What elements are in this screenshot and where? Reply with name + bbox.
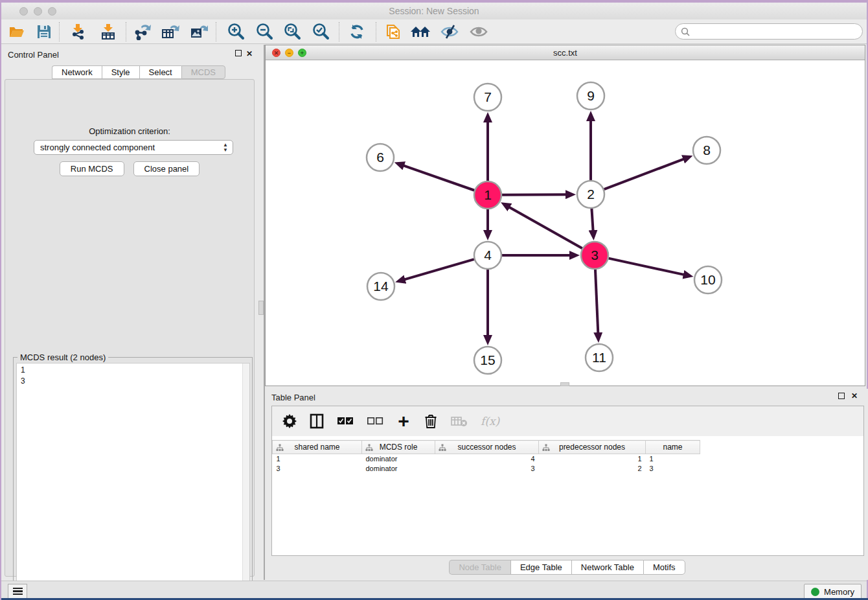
column-header-successor-nodes[interactable]: successor nodes [435,441,539,454]
column-header-MCDS-role[interactable]: MCDS role [362,441,435,454]
show-column-icon[interactable] [310,413,324,429]
zoom-selected-icon[interactable] [308,21,334,42]
export-network-icon[interactable] [130,21,155,42]
edge-4-14[interactable] [404,259,474,280]
duplicate-network-icon[interactable] [380,21,406,42]
import-network-icon[interactable] [65,21,91,42]
tab-style[interactable]: Style [102,65,139,79]
tab-motifs[interactable]: Motifs [643,560,685,575]
column-header-name[interactable]: name [646,441,700,454]
edge-3-1[interactable] [508,207,582,248]
show-graphics-details-icon[interactable] [466,21,492,42]
edge-3-11[interactable] [595,270,598,334]
node-label-14: 14 [373,279,389,294]
control-panel-title: Control Panel [8,50,59,60]
node-label-4: 4 [484,248,492,262]
edge-3-10[interactable] [608,259,684,275]
cell-MCDS-role[interactable]: dominator [362,454,435,464]
save-session-icon[interactable] [31,21,57,42]
optimization-criterion-select[interactable]: strongly connected component ▲▼ [34,140,233,155]
column-header-shared-name[interactable]: shared name [273,441,362,454]
list-icon [13,588,23,595]
table-row[interactable]: 1dominator411 [273,454,864,464]
memory-label: Memory [824,587,854,597]
cell-MCDS-role[interactable]: dominator [362,464,435,474]
tab-mcds[interactable]: MCDS [181,65,225,79]
canvas-resize-grip[interactable] [560,382,569,386]
float-panel-icon[interactable] [235,49,242,58]
zoom-in-icon[interactable] [223,21,249,42]
network-window-title: scc.txt [266,48,865,58]
network-graph[interactable]: 7968124314101511 [266,60,865,386]
zoom-fit-icon[interactable] [279,21,305,42]
node-label-9: 9 [587,88,595,103]
tab-node-table[interactable]: Node Table [449,560,510,575]
cell-shared-name[interactable]: 3 [273,464,362,474]
tab-network-table[interactable]: Network Table [571,560,643,575]
node-label-11: 11 [592,350,606,365]
task-history-button[interactable] [8,584,27,599]
mcds-panel: Optimization criterion: strongly connect… [5,79,255,577]
panel-divider[interactable] [258,45,265,580]
close-panel-icon[interactable]: ✕ [246,49,253,58]
cell-successor-nodes[interactable]: 3 [435,464,539,474]
memory-button[interactable]: Memory [804,584,862,599]
edge-2-8[interactable] [604,159,685,189]
main-toolbar [1,19,867,44]
search-icon [681,27,690,36]
cell-predecessor-nodes[interactable]: 2 [539,464,646,474]
tab-edge-table[interactable]: Edge Table [510,560,571,575]
tab-select[interactable]: Select [139,65,181,79]
node-label-6: 6 [376,150,384,165]
result-scrollbar[interactable] [242,363,249,599]
node-table-container: + f(x) shared nameMCDS rolesuccessor nod… [271,406,864,556]
edge-1-6[interactable] [403,165,474,190]
delete-table-icon [451,413,468,429]
mcds-result-text[interactable]: 13 [16,363,250,599]
network-canvas[interactable]: 7968124314101511 [266,60,865,386]
select-all-icon[interactable] [337,413,354,429]
node-label-2: 2 [587,187,595,202]
node-label-10: 10 [700,272,715,287]
main-titlebar: Session: New Session [1,3,867,19]
cell-predecessor-nodes[interactable]: 1 [539,454,646,464]
refresh-icon[interactable] [344,21,370,42]
import-table-icon[interactable] [95,21,121,42]
application-window: Session: New Session [0,0,868,600]
hide-graphics-details-icon[interactable] [437,21,463,42]
deselect-all-icon[interactable] [367,413,383,429]
table-float-icon[interactable] [838,392,845,401]
export-table-icon[interactable] [157,21,183,42]
memory-status-icon [811,588,819,596]
node-table: shared nameMCDS rolesuccessor nodesprede… [272,440,863,474]
export-image-icon[interactable] [186,21,212,42]
add-column-icon[interactable]: + [396,413,411,429]
close-panel-button[interactable]: Close panel [133,161,200,176]
table-toolbar: + f(x) [272,406,863,436]
cell-name[interactable]: 3 [646,464,700,474]
open-file-icon[interactable] [4,21,30,42]
table-close-icon[interactable]: ✕ [851,391,858,400]
zoom-out-icon[interactable] [251,21,277,42]
cell-shared-name[interactable]: 1 [273,454,362,464]
function-builder-icon: f(x) [481,413,499,429]
run-mcds-button[interactable]: Run MCDS [60,161,124,176]
cell-name[interactable]: 1 [646,454,700,464]
edge-2-3[interactable] [591,209,593,231]
show-all-networks-icon[interactable] [408,21,434,42]
edge-1-2[interactable] [502,194,567,195]
control-panel-tabs: NetworkStyleSelectMCDS [52,65,225,79]
column-header-predecessor-nodes[interactable]: predecessor nodes [539,441,646,454]
delete-column-icon[interactable] [424,413,438,429]
search-field[interactable] [675,23,863,40]
search-input[interactable] [693,27,862,36]
node-label-1: 1 [484,187,492,202]
table-panel: Table Panel ✕ + [265,389,868,580]
table-tabs: Node TableEdge TableNetwork TableMotifs [265,560,868,575]
table-row[interactable]: 3dominator323 [273,464,864,474]
network-window-titlebar[interactable]: ✕ − + scc.txt [266,45,865,60]
cell-successor-nodes[interactable]: 4 [435,454,539,464]
mcds-result-title: MCDS result (2 nodes) [17,352,108,362]
table-settings-gear-icon[interactable] [282,413,297,429]
tab-network[interactable]: Network [52,65,102,79]
